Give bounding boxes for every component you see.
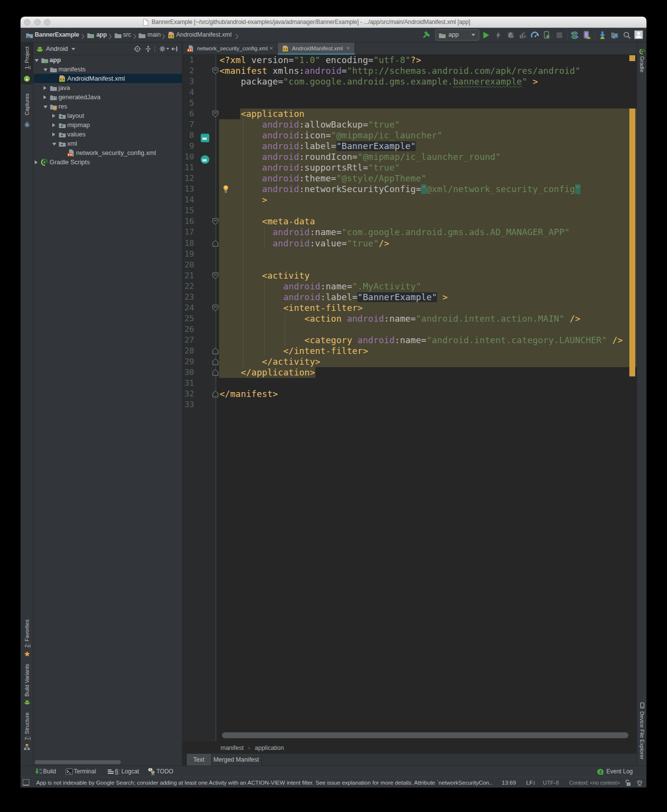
close-tab-icon[interactable]: × <box>346 45 351 51</box>
chevron-down-icon[interactable] <box>35 58 39 63</box>
tab-text[interactable]: Text <box>187 754 212 766</box>
profile-bars-icon[interactable] <box>519 31 528 40</box>
fold-marker-open[interactable] <box>212 272 219 279</box>
profiler-gauge-icon[interactable] <box>531 31 539 40</box>
line-separator-widget[interactable]: LF↕ <box>526 777 535 788</box>
hide-panel-icon[interactable] <box>171 45 178 52</box>
context-widget[interactable]: Context: <no context> <box>569 777 620 788</box>
fold-marker-close[interactable] <box>212 348 219 354</box>
background-tasks-icon[interactable] <box>22 779 30 786</box>
statusbar-build-button[interactable]: Build <box>43 766 56 777</box>
project-view-selector[interactable]: Android <box>46 43 68 55</box>
tree-item-res[interactable]: res <box>34 102 182 111</box>
fold-marker-open[interactable] <box>212 110 219 117</box>
fold-marker-close[interactable] <box>212 240 219 247</box>
chevron-right-icon[interactable] <box>44 86 48 90</box>
tree-item-layout[interactable]: layout <box>34 111 182 120</box>
avatar-icon[interactable] <box>634 30 643 39</box>
sidebar-item-gradle[interactable]: Gradle <box>637 56 646 72</box>
tree-item-values[interactable]: values <box>34 130 182 139</box>
breadcrumb-manifest[interactable]: manifest <box>221 742 244 754</box>
caret-position-widget[interactable]: 13:69 <box>502 777 516 788</box>
tree-item-androidmanifest-xml[interactable]: AndroidManifest.xml <box>34 74 182 83</box>
lock-icon[interactable] <box>625 779 631 786</box>
code-line-28: </intent-filter> <box>183 346 637 356</box>
highlighting-level-icon[interactable] <box>636 779 644 787</box>
star-icon <box>24 650 30 657</box>
fold-marker-close[interactable] <box>212 391 219 397</box>
chevron-down-icon[interactable] <box>52 142 57 146</box>
collapse-all-icon[interactable] <box>145 45 152 52</box>
fold-marker-open[interactable] <box>212 305 219 311</box>
tree-item-java[interactable]: java <box>34 83 182 92</box>
search-everywhere-icon[interactable] <box>623 31 631 40</box>
gradle-sync-icon[interactable] <box>570 31 579 40</box>
tree-item-network-security-config-xml[interactable]: network_security_config.xml <box>34 148 182 157</box>
sidebar-item-captures[interactable]: Captures <box>21 93 33 115</box>
chevron-right-icon[interactable] <box>44 95 48 100</box>
fold-marker-open[interactable] <box>212 218 219 225</box>
editor[interactable]: 1<?xml version="1.0" encoding="utf-8"?>2… <box>183 55 637 742</box>
breadcrumb-item[interactable]: main <box>148 28 161 42</box>
breadcrumb-item[interactable]: AndroidManifest.xml <box>176 28 231 42</box>
locate-target-icon[interactable] <box>134 45 141 52</box>
tree-item-generatedjava[interactable]: generatedJava <box>34 92 182 102</box>
statusbar-terminal-button[interactable]: Terminal <box>74 766 96 777</box>
make-hammer-icon[interactable] <box>422 31 430 40</box>
intention-bulb-icon[interactable] <box>223 185 229 194</box>
stop-icon[interactable] <box>555 31 564 40</box>
sidebar-item-device-file-explorer[interactable]: Device File Explorer <box>637 711 646 759</box>
editor-tab-network_security_config.xml[interactable]: network_security_config.xml× <box>183 43 278 55</box>
fold-marker-close[interactable] <box>212 369 219 376</box>
tree-item-app[interactable]: app <box>34 55 182 65</box>
editor-horizontal-scrollbar[interactable] <box>222 732 628 739</box>
statusbar-todo-button[interactable]: TODO <box>156 766 173 777</box>
chevron-right-icon[interactable] <box>52 123 57 128</box>
tree-item-manifests[interactable]: manifests <box>34 65 182 74</box>
svg-text:2: 2 <box>600 769 602 774</box>
tree-item-gradle-scripts[interactable]: Gradle Scripts <box>34 157 182 167</box>
statusbar-logcat-button[interactable]: 6: Logcat <box>115 766 139 777</box>
close-window-button[interactable] <box>24 19 30 25</box>
launcher-round-icon[interactable] <box>200 155 210 164</box>
debug-bug-icon[interactable] <box>507 31 515 40</box>
run-configuration-select[interactable]: app <box>435 29 479 41</box>
breadcrumb-application[interactable]: application <box>255 742 284 754</box>
attach-debugger-phone-icon[interactable] <box>542 31 551 40</box>
tree-item-xml[interactable]: xml <box>34 139 182 148</box>
project-horizontal-scrollbar[interactable] <box>35 760 121 764</box>
launcher-square-icon[interactable] <box>200 133 210 143</box>
folder-icon <box>138 31 146 39</box>
tab-merged-manifest[interactable]: Merged Manifest <box>212 754 262 766</box>
chevron-right-icon[interactable] <box>52 114 57 118</box>
sidebar-item-structure[interactable]: 7: Structure <box>21 712 33 740</box>
encoding-widget[interactable]: UTF-8 <box>543 777 559 788</box>
sidebar-item-build-variants[interactable]: Build Variants <box>21 664 33 697</box>
sidebar-item-project[interactable]: 1: Project <box>21 46 33 69</box>
chevron-right-icon[interactable] <box>52 132 57 137</box>
zoom-window-button[interactable] <box>44 19 50 25</box>
fold-marker-open[interactable] <box>212 67 219 74</box>
breadcrumb-item[interactable]: src <box>123 28 131 42</box>
project-structure-icon[interactable] <box>610 31 619 40</box>
gear-icon[interactable] <box>159 45 166 52</box>
chevron-down-icon[interactable] <box>44 67 48 72</box>
sidebar-item-favorites[interactable]: 2: Favorites <box>21 619 33 647</box>
chevron-down-icon[interactable] <box>44 105 48 109</box>
tree-item-mipmap[interactable]: mipmap <box>34 120 182 130</box>
status-message[interactable]: App is not indexable by Google Search; c… <box>36 777 496 788</box>
code-token-t: <intent-filter> <box>283 303 363 313</box>
breadcrumb-item[interactable]: BannerExample <box>35 28 79 42</box>
avd-manager-phone-icon[interactable] <box>582 31 591 40</box>
sdk-manager-icon[interactable] <box>598 31 607 40</box>
close-tab-icon[interactable]: × <box>268 45 274 51</box>
run-play-icon[interactable] <box>482 31 490 40</box>
chevron-right-icon[interactable] <box>35 160 39 165</box>
fold-marker-close[interactable] <box>212 358 219 365</box>
statusbar-event-log-button[interactable]: Event Log <box>606 766 633 777</box>
editor-tab-AndroidManifest.xml[interactable]: AndroidManifest.xml× <box>278 43 355 55</box>
minimize-window-button[interactable] <box>34 19 41 25</box>
breadcrumb-item[interactable]: app <box>96 28 107 42</box>
apply-changes-bolt-icon[interactable] <box>494 31 503 40</box>
code-token-p <box>220 346 283 356</box>
